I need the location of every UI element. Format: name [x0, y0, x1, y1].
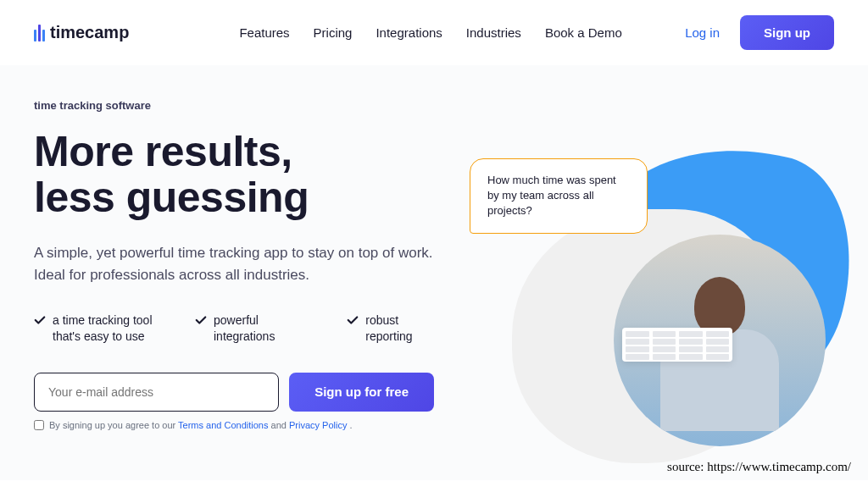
- terms-link[interactable]: Terms and Conditions: [178, 420, 268, 430]
- check-icon: [34, 314, 46, 326]
- privacy-link[interactable]: Privacy Policy: [289, 420, 347, 430]
- hero-eyebrow: time tracking software: [34, 99, 434, 112]
- feature-list: a time tracking tool that's easy to use …: [34, 312, 434, 346]
- login-link[interactable]: Log in: [685, 25, 720, 40]
- terms-text: By signing up you agree to our Terms and…: [49, 420, 353, 430]
- terms-row: By signing up you agree to our Terms and…: [34, 420, 434, 430]
- brand-logo[interactable]: timecamp: [34, 23, 129, 42]
- headline-line-1: More results,: [34, 128, 292, 175]
- hero-content: time tracking software More results, les…: [34, 99, 434, 480]
- email-input[interactable]: [34, 373, 279, 412]
- signup-form: Sign up for free: [34, 373, 434, 412]
- nav-pricing[interactable]: Pricing: [314, 25, 353, 40]
- nav-features[interactable]: Features: [239, 25, 289, 40]
- brand-name: timecamp: [50, 23, 129, 42]
- feature-item: powerful integrations: [195, 312, 304, 346]
- feature-text: a time tracking tool that's easy to use: [53, 312, 153, 346]
- feature-text: robust reporting: [365, 312, 434, 346]
- hero-illustration: How much time was spent by my team acros…: [434, 99, 834, 480]
- terms-checkbox[interactable]: [34, 420, 44, 430]
- feature-item: a time tracking tool that's easy to use: [34, 312, 153, 346]
- speech-bubble: How much time was spent by my team acros…: [470, 158, 648, 234]
- feature-text: powerful integrations: [214, 312, 304, 346]
- source-attribution: source: https://www.timecamp.com/: [667, 460, 851, 474]
- headline-line-2: less guessing: [34, 174, 309, 221]
- main-nav: Features Pricing Integrations Industries…: [239, 25, 621, 40]
- hero-headline: More results, less guessing: [34, 129, 434, 220]
- mini-table-card: [622, 328, 732, 362]
- nav-book-demo[interactable]: Book a Demo: [545, 25, 622, 40]
- header-actions: Log in Sign up: [685, 15, 834, 50]
- feature-item: robust reporting: [347, 312, 434, 346]
- hero-subhead: A simple, yet powerful time tracking app…: [34, 242, 434, 287]
- hero-section: time tracking software More results, les…: [0, 65, 868, 480]
- logo-bars-icon: [34, 25, 45, 41]
- check-icon: [195, 314, 207, 326]
- check-icon: [347, 314, 359, 326]
- signup-free-button[interactable]: Sign up for free: [289, 373, 434, 412]
- nav-integrations[interactable]: Integrations: [376, 25, 442, 40]
- main-header: timecamp Features Pricing Integrations I…: [0, 0, 868, 65]
- signup-button[interactable]: Sign up: [740, 15, 834, 50]
- nav-industries[interactable]: Industries: [466, 25, 521, 40]
